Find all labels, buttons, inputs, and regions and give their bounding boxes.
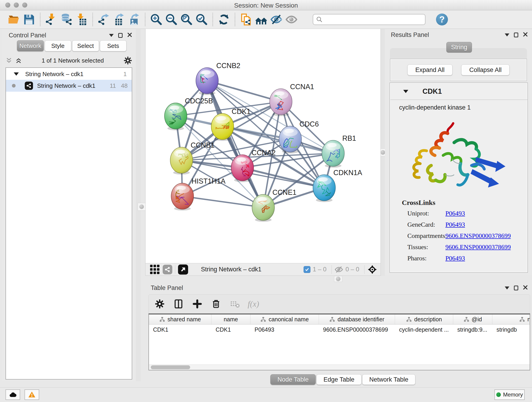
cloud-status-button[interactable]	[6, 389, 20, 400]
table-settings-button[interactable]	[154, 298, 166, 310]
zoom-selected-button[interactable]	[194, 12, 209, 27]
selected-checkbox-icon[interactable]	[304, 266, 310, 273]
search-input[interactable]	[325, 16, 422, 23]
copy-network-to-clipboard-button[interactable]	[239, 12, 254, 27]
protein-card-header[interactable]: CDK1	[390, 83, 527, 100]
export-table-button[interactable]	[111, 12, 127, 27]
first-neighbors-button[interactable]	[254, 12, 269, 27]
hide-selected-button[interactable]	[269, 12, 284, 27]
import-network-from-database-button[interactable]	[59, 12, 74, 27]
column-header-description[interactable]: description	[395, 314, 453, 324]
network-node-CDKN1A[interactable]	[313, 175, 336, 202]
column-header-name[interactable]: name	[211, 314, 250, 324]
table-cell[interactable]: CDK1	[149, 325, 211, 335]
zoom-in-button[interactable]	[149, 12, 164, 27]
column-header-database-identifier[interactable]: database identifier	[319, 314, 395, 324]
table-horizontal-scrollbar[interactable]	[149, 364, 530, 370]
tab-sets[interactable]: Sets	[100, 40, 127, 51]
panel-close-icon[interactable]	[523, 285, 528, 291]
panel-collapse-icon[interactable]	[505, 287, 509, 289]
network-node-CCNA1[interactable]	[270, 89, 292, 116]
network-node-CDC25B[interactable]	[165, 103, 187, 130]
refresh-view-button[interactable]	[216, 12, 231, 27]
crosslink-link[interactable]: 9606.ENSP00000378699	[445, 243, 511, 251]
save-session-button[interactable]	[22, 12, 37, 27]
tab-style[interactable]: Style	[45, 40, 71, 51]
zoom-fit-button[interactable]	[179, 12, 194, 27]
import-table-from-file-button[interactable]	[74, 12, 89, 27]
tab-network-table[interactable]: Network Table	[362, 374, 416, 385]
toolbar-separator	[40, 13, 41, 26]
table-cell[interactable]: stringdb:9...	[453, 325, 492, 335]
add-column-button[interactable]	[191, 298, 203, 310]
show-all-button[interactable]	[284, 12, 299, 27]
network-canvas[interactable]: CCNB2CCNA1CDC25BCDK1CDC6RB1CCNB1CCNA2CDK…	[145, 29, 381, 263]
table-cell[interactable]: P06493	[250, 325, 319, 335]
tab-node-table[interactable]: Node Table	[270, 374, 316, 385]
birdseye-view-icon[interactable]	[178, 264, 188, 274]
crosslink-link[interactable]: 9606.ENSP00000378699	[445, 232, 511, 240]
panel-collapse-icon[interactable]	[109, 34, 114, 37]
crosslink-link[interactable]: P06493	[445, 255, 465, 262]
collapse-all-icon[interactable]	[6, 57, 12, 64]
network-edge[interactable]	[182, 196, 263, 207]
crosslink-link[interactable]: P06493	[445, 210, 465, 217]
warnings-button[interactable]	[25, 389, 39, 400]
open-session-button[interactable]	[6, 12, 22, 27]
column-header-namespace[interactable]: namespace	[492, 314, 530, 324]
tab-network[interactable]: Network	[17, 40, 44, 51]
expand-all-button[interactable]: Expand All	[407, 64, 453, 75]
fit-selected-crosshair-icon[interactable]	[367, 264, 377, 274]
network-node-CCNB1[interactable]	[170, 147, 193, 175]
panel-float-icon[interactable]	[514, 32, 518, 37]
panel-float-icon[interactable]	[514, 286, 518, 290]
delete-column-button[interactable]	[210, 298, 222, 310]
column-header-shared-name[interactable]: shared name	[149, 314, 211, 324]
search-icon	[316, 16, 323, 23]
network-node-CCNE1[interactable]	[252, 194, 274, 222]
network-edge[interactable]	[207, 81, 263, 207]
table-row[interactable]: CDK1CDK1P064939606.ENSP00000378699cyclin…	[149, 325, 530, 335]
string-view-icon[interactable]	[163, 265, 172, 274]
crosslink-link[interactable]: P06493	[445, 221, 465, 228]
tab-string[interactable]: String	[446, 42, 472, 53]
table-cell[interactable]: stringdb	[492, 325, 530, 335]
import-network-from-file-button[interactable]	[44, 12, 59, 27]
column-header-canonical-name[interactable]: canonical name	[250, 314, 319, 324]
help-button[interactable]: ?	[436, 13, 448, 26]
memory-button[interactable]: Memory	[494, 389, 525, 400]
gear-icon[interactable]	[123, 56, 132, 65]
panel-close-icon[interactable]	[523, 32, 528, 38]
panel-collapse-icon[interactable]	[505, 33, 509, 36]
bottom-splitter-handle[interactable]	[334, 276, 342, 282]
tree-expander-icon[interactable]	[14, 72, 19, 76]
collapse-all-button[interactable]: Collapse All	[461, 64, 510, 75]
function-builder-button[interactable]: f(x)	[248, 299, 259, 309]
table-cell[interactable]: 9606.ENSP00000378699	[319, 325, 395, 335]
grid-view-icon[interactable]	[150, 265, 159, 274]
left-splitter-handle[interactable]	[138, 203, 146, 211]
control-panel-tabs: Network Style Select Sets	[17, 40, 127, 51]
panel-float-icon[interactable]	[118, 33, 123, 38]
export-image-button[interactable]	[127, 12, 142, 27]
network-node-CCNB2[interactable]	[196, 68, 218, 95]
network-row-selected[interactable]: String Network – cdk1 11 48	[6, 80, 132, 92]
tab-edge-table[interactable]: Edge Table	[317, 374, 361, 385]
zoom-out-button[interactable]	[164, 12, 179, 27]
scrollbar-thumb[interactable]	[151, 365, 190, 369]
card-expander-icon[interactable]	[403, 90, 408, 93]
panel-close-icon[interactable]	[127, 32, 132, 38]
network-node-HIST1H1A[interactable]	[171, 183, 194, 211]
expand-all-icon[interactable]	[15, 57, 22, 64]
export-network-button[interactable]	[96, 12, 111, 27]
network-collection-row[interactable]: String Network – cdk1 1	[6, 68, 132, 80]
tab-select[interactable]: Select	[72, 40, 99, 51]
table-cell[interactable]: cyclin-dependent ...	[395, 325, 453, 335]
column-header--id[interactable]: @id	[453, 314, 492, 324]
memory-status-dot	[496, 392, 501, 397]
network-node-RB1[interactable]	[322, 140, 344, 168]
table-cell[interactable]: CDK1	[211, 325, 250, 335]
delete-table-button[interactable]	[229, 298, 241, 310]
show-columns-button[interactable]	[172, 298, 184, 310]
crosslink-label: Uniprot:	[402, 210, 445, 217]
